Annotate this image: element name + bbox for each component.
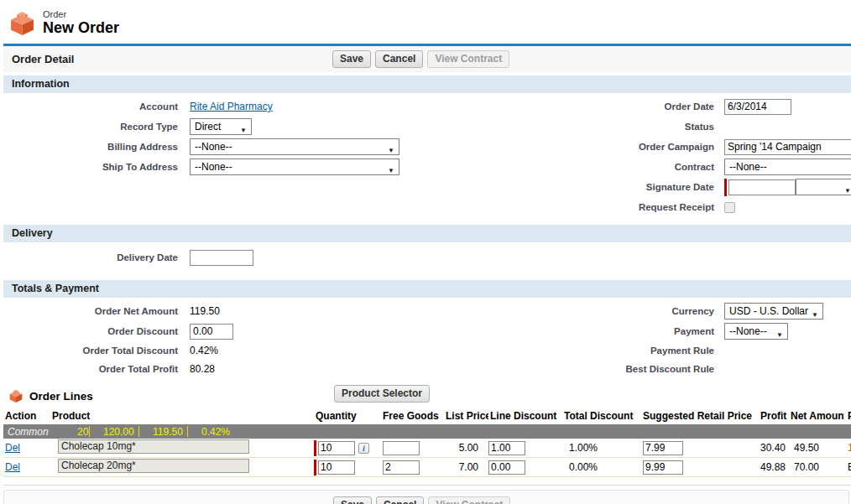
order-lines-header: Order Lines Product Selector (3, 387, 851, 405)
required-field-bar (314, 460, 316, 475)
quantity-input[interactable] (318, 441, 355, 455)
signature-date-input[interactable] (728, 179, 796, 195)
suggested-retail-price-input[interactable] (643, 460, 683, 475)
order-total-profit-label: Order Total Profit (3, 364, 190, 374)
order-total-discount-value: 0.42% (190, 345, 218, 356)
order-discount-input[interactable] (190, 324, 233, 340)
billing-address-label: Billing Address (3, 142, 190, 152)
ship-to-address-label: Ship To Address (3, 162, 190, 172)
col-free-goods: Free Goods (383, 408, 441, 424)
list-price-value: 5.00 (441, 442, 488, 454)
save-button[interactable]: Save (333, 496, 372, 504)
information-section-header: Information (3, 75, 851, 93)
col-line-discount: Line Discount (488, 408, 562, 424)
col-partial: P (844, 408, 851, 424)
line-discount-input[interactable] (488, 441, 525, 455)
col-quantity: Quantity (314, 408, 383, 424)
required-field-bar (724, 179, 727, 196)
order-detail-title: Order Detail (12, 53, 74, 65)
billing-address-select[interactable]: --None-- (190, 138, 399, 155)
footer-divider (3, 485, 851, 486)
delivery-date-label: Delivery Date (3, 252, 190, 262)
account-link[interactable]: Rite Aid Pharmacy (190, 101, 273, 112)
summary-label: Common (3, 426, 62, 438)
product-field-readonly: Cholecap 20mg* (58, 459, 249, 473)
best-discount-rule-label: Best Discount Rule (429, 364, 724, 374)
col-product: Product (52, 408, 314, 424)
save-button[interactable]: Save (332, 50, 371, 68)
order-lines-title: Order Lines (29, 390, 93, 403)
net-amount-value: 49.50 (794, 442, 819, 454)
delete-line-link[interactable]: Del (5, 461, 20, 473)
quantity-input[interactable] (318, 460, 355, 475)
order-net-amount-label: Order Net Amount (3, 306, 190, 316)
suggested-retail-price-input[interactable] (643, 441, 683, 455)
contract-label: Contract (429, 162, 724, 172)
delivery-date-input[interactable] (190, 250, 253, 266)
contract-select[interactable]: --None-- (724, 158, 851, 175)
currency-select[interactable]: USD - U.S. Dollar (724, 303, 823, 320)
profit-value: 49.88 (760, 461, 786, 473)
list-price-value: 7.00 (441, 461, 488, 473)
total-discount-value: 0.00% (569, 461, 598, 473)
table-header-row: Action Product Quantity Free Goods List … (3, 408, 851, 424)
request-receipt-checkbox[interactable] (724, 202, 735, 213)
record-type-label: Record Type (3, 122, 190, 132)
col-suggested-retail-price: Suggested Retail Price (643, 408, 760, 424)
signature-time-select[interactable] (796, 179, 851, 195)
summary-quantity: 20 (62, 426, 89, 438)
info-icon[interactable]: i (358, 443, 369, 454)
totals-section-header: Totals & Payment (3, 280, 851, 298)
col-total-discount: Total Discount (562, 408, 643, 424)
summary-net-total: 119.50 (139, 426, 187, 438)
order-date-label: Order Date (429, 101, 724, 112)
summary-list-total: 120.00 (90, 426, 138, 438)
entity-label: Order (43, 9, 119, 19)
payment-select[interactable]: --None-- (724, 323, 788, 340)
order-lines-table: Action Product Quantity Free Goods List … (3, 408, 851, 477)
view-contract-button: View Contract (428, 496, 510, 504)
signature-date-label: Signature Date (429, 182, 724, 192)
order-lines-cube-icon (8, 388, 23, 403)
order-cube-icon (8, 9, 36, 37)
ship-to-address-select[interactable]: --None-- (190, 158, 399, 175)
record-type-select[interactable]: Direct (190, 118, 252, 135)
col-net-amount: Net Amount (791, 408, 844, 424)
order-campaign-label: Order Campaign (429, 142, 724, 152)
required-field-bar (314, 440, 316, 456)
summary-row: Common 20 120.00 119.50 0.42% (3, 424, 851, 439)
col-list-price: List Price (441, 408, 488, 424)
delivery-section-header: Delivery (3, 225, 851, 242)
view-contract-button: View Contract (427, 50, 509, 68)
information-form: Account Rite Aid Pharmacy Record Type Di… (3, 93, 851, 217)
order-campaign-input[interactable] (724, 139, 851, 155)
cancel-button[interactable]: Cancel (376, 496, 424, 504)
payment-label: Payment (429, 326, 724, 336)
order-total-profit-value: 80.28 (190, 363, 215, 375)
product-selector-button[interactable]: Product Selector (334, 385, 430, 403)
delete-line-link[interactable]: Del (5, 442, 20, 454)
account-label: Account (3, 101, 190, 112)
order-total-discount-label: Order Total Discount (3, 346, 190, 356)
page-title: New Order (43, 19, 119, 36)
order-line-row: Del Cholecap 20mg* 7.00 0.00% 49.88 70.0… (3, 458, 851, 477)
col-action: Action (3, 408, 52, 424)
footer-button-bar: Save Cancel View Contract (3, 490, 849, 504)
total-discount-value: 1.00% (569, 442, 598, 454)
free-goods-input[interactable] (383, 441, 420, 455)
col-profit: Profit (760, 408, 791, 424)
product-field-readonly: Cholecap 10mg* (58, 439, 249, 454)
line-discount-input[interactable] (488, 460, 525, 475)
summary-discount: 0.42% (188, 426, 240, 438)
cancel-button[interactable]: Cancel (375, 50, 423, 68)
partial-cell: B (848, 461, 851, 473)
free-goods-input[interactable] (383, 460, 420, 475)
payment-rule-label: Payment Rule (429, 346, 724, 356)
partial-cell: 1 (848, 442, 851, 454)
order-line-row: Del Cholecap 10mg* i 5.00 1.00% 30.40 49… (3, 439, 851, 458)
page-header: Order New Order (0, 0, 851, 44)
net-amount-value: 70.00 (794, 461, 819, 473)
order-date-input[interactable] (724, 99, 791, 115)
order-discount-label: Order Discount (3, 326, 190, 336)
order-detail-header: Order Detail Save Cancel View Contract (3, 46, 851, 72)
